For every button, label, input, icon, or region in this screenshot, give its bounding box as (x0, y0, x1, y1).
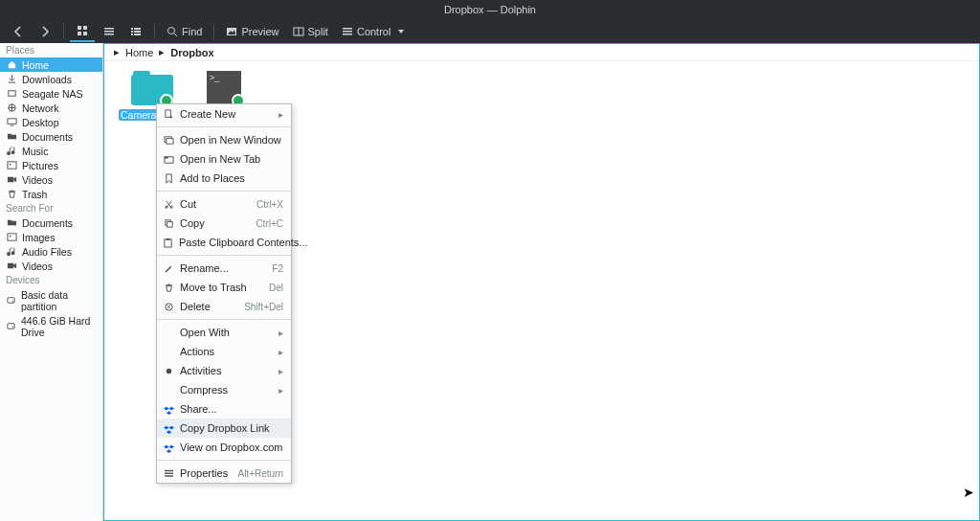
menu-item-label: Open in New Tab (180, 153, 283, 165)
control-label: Control (357, 26, 390, 37)
mouse-cursor: ➤ (963, 485, 974, 500)
home-icon (6, 59, 17, 71)
dropbox-icon (163, 422, 174, 434)
folder-icon (6, 131, 17, 143)
sidebar-item-label: Basic data partition (21, 289, 97, 312)
details-view-button[interactable] (123, 21, 148, 42)
disk-icon (6, 321, 16, 332)
menu-item-compress[interactable]: Compress▸ (157, 380, 291, 399)
sidebar-item-seagate-nas[interactable]: Seagate NAS (0, 86, 102, 101)
menu-separator (157, 255, 291, 256)
sidebar-item-label: Audio Files (22, 246, 72, 258)
menu-item-activities[interactable]: Activities▸ (157, 361, 291, 380)
menu-item-label: Rename... (180, 262, 266, 274)
sidebar-group-label: Search For (0, 201, 102, 215)
split-icon (293, 26, 304, 37)
compact-view-button[interactable] (97, 21, 122, 42)
breadcrumb-item-home[interactable]: Home (125, 47, 153, 58)
sidebar-item-basic-data-partition[interactable]: Basic data partition (0, 287, 102, 313)
menu-item-actions[interactable]: Actions▸ (157, 342, 291, 361)
menu-item-open-in-new-tab[interactable]: Open in New Tab (157, 149, 291, 169)
svg-rect-47 (164, 469, 172, 470)
breadcrumb: ▸ Home ▸ Dropbox (104, 44, 979, 61)
menu-item-label: Move to Trash (180, 282, 263, 293)
preview-button[interactable]: Preview (220, 21, 284, 42)
menu-shortcut: Shift+Del (244, 302, 283, 312)
sidebar-item-label: Home (22, 59, 49, 71)
forward-button[interactable] (33, 21, 57, 42)
svg-point-46 (166, 368, 171, 374)
breadcrumb-item-dropbox[interactable]: Dropbox (170, 47, 213, 58)
blank-icon (163, 327, 174, 338)
sidebar-item-documents[interactable]: Documents (0, 129, 102, 144)
sidebar-item-label: 446.6 GiB Hard Drive (21, 315, 97, 338)
sidebar-item-446.6-gib-hard-drive[interactable]: 446.6 GiB Hard Drive (0, 313, 102, 339)
menu-item-cut[interactable]: CutCtrl+X (157, 194, 291, 214)
menu-item-label: Add to Places (180, 172, 283, 184)
sidebar-item-network[interactable]: Network (0, 101, 102, 115)
svg-rect-3 (83, 32, 87, 35)
submenu-arrow-icon: ▸ (278, 347, 283, 357)
icons-view-button[interactable] (70, 21, 95, 42)
submenu-arrow-icon: ▸ (278, 385, 283, 396)
sidebar-item-documents[interactable]: Documents (0, 215, 102, 230)
menu-item-open-in-new-window[interactable]: Open in New Window (157, 130, 291, 149)
sidebar-item-trash[interactable]: Trash (0, 187, 102, 201)
sidebar-item-music[interactable]: Music (0, 144, 102, 158)
menu-item-add-to-places[interactable]: Add to Places (157, 169, 291, 188)
svg-rect-0 (78, 26, 81, 30)
menu-item-label: Activities (180, 365, 273, 376)
rename-icon (163, 262, 174, 274)
menu-item-move-to-trash[interactable]: Move to TrashDel (157, 278, 291, 297)
menu-item-label: View on Dropbox.com (180, 442, 283, 453)
menu-item-paste-clipboard-contents[interactable]: Paste Clipboard Contents... (157, 233, 291, 252)
menu-item-delete[interactable]: DeleteShift+Del (157, 297, 291, 316)
svg-rect-7 (131, 28, 133, 30)
paste-icon (163, 237, 173, 248)
find-button[interactable]: Find (161, 21, 208, 42)
sidebar-item-home[interactable]: Home (0, 57, 102, 72)
menu-item-label: Share... (180, 403, 283, 415)
desktop-icon (6, 117, 17, 128)
sidebar-item-videos[interactable]: Videos (0, 172, 102, 187)
image-icon (6, 232, 17, 243)
window-title: Dropbox — Dolphin (444, 4, 536, 15)
new-icon (163, 108, 174, 120)
svg-rect-4 (104, 28, 114, 30)
separator (63, 24, 64, 39)
svg-rect-44 (167, 238, 170, 239)
menu-item-copy-dropbox-link[interactable]: Copy Dropbox Link (157, 419, 291, 438)
menu-item-copy[interactable]: CopyCtrl+C (157, 214, 291, 233)
menu-item-open-with[interactable]: Open With▸ (157, 323, 291, 342)
menu-item-rename[interactable]: Rename...F2 (157, 259, 291, 278)
svg-rect-9 (131, 31, 133, 33)
sidebar-item-downloads[interactable]: Downloads (0, 72, 102, 86)
svg-point-25 (9, 164, 11, 166)
menu-separator (157, 460, 291, 461)
svg-rect-5 (104, 31, 114, 33)
svg-point-31 (12, 301, 13, 302)
svg-rect-30 (8, 298, 14, 304)
search-icon (167, 26, 178, 37)
menu-shortcut: Del (269, 283, 283, 293)
sidebar-item-videos[interactable]: Videos (0, 259, 102, 273)
svg-point-40 (170, 206, 172, 208)
menu-item-properties[interactable]: PropertiesAlt+Return (157, 464, 291, 483)
menu-icon (342, 26, 353, 37)
cut-icon (163, 198, 174, 210)
properties-icon (163, 467, 174, 479)
menu-item-share[interactable]: Share... (157, 399, 291, 419)
sidebar-item-pictures[interactable]: Pictures (0, 158, 102, 172)
sidebar-item-label: Music (22, 146, 48, 157)
back-button[interactable] (6, 21, 31, 42)
control-button[interactable]: Control (336, 21, 410, 42)
split-button[interactable]: Split (287, 21, 334, 42)
menu-item-create-new[interactable]: Create New▸ (157, 104, 291, 124)
svg-rect-1 (83, 26, 87, 30)
sidebar-item-audio-files[interactable]: Audio Files (0, 244, 102, 259)
sidebar-item-images[interactable]: Images (0, 230, 102, 244)
submenu-arrow-icon: ▸ (278, 366, 283, 376)
menu-item-view-on-dropbox-com[interactable]: View on Dropbox.com (157, 438, 291, 457)
sidebar-item-desktop[interactable]: Desktop (0, 115, 102, 129)
toolbar: Find Preview Split Control (0, 19, 980, 43)
